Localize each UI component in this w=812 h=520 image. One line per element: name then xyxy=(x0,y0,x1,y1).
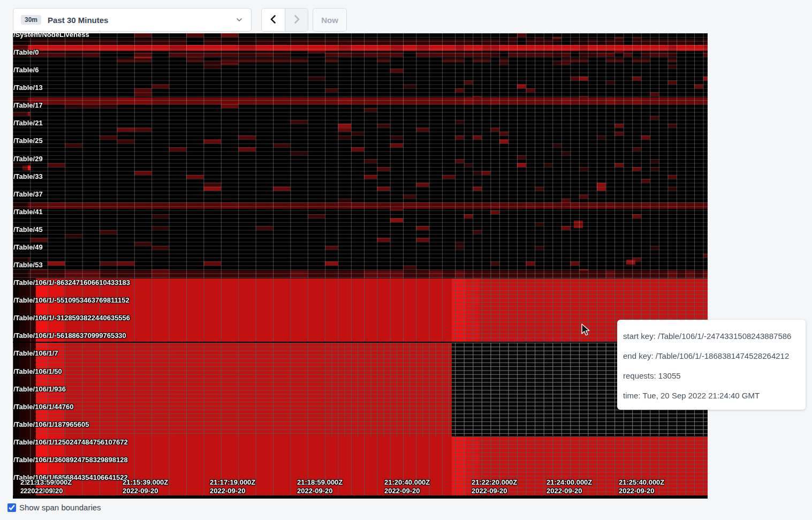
show-span-boundaries-checkbox[interactable] xyxy=(7,503,16,512)
now-button[interactable]: Now xyxy=(313,8,347,32)
time-range-label: Past 30 Minutes xyxy=(48,16,108,25)
time-range-dropdown[interactable]: 30m Past 30 Minutes xyxy=(13,8,252,32)
tooltip-end-key: end key: /Table/106/1/-18683814745282642… xyxy=(623,346,800,366)
time-nav-group xyxy=(261,8,308,32)
back-button[interactable] xyxy=(262,9,285,31)
tooltip-requests: requests: 13055 xyxy=(623,366,800,386)
show-span-boundaries-label: Show span boundaries xyxy=(19,503,101,512)
tooltip-time: time: Tue, 20 Sep 2022 21:24:40 GMT xyxy=(623,386,800,405)
tooltip-start-key: start key: /Table/106/1/-247433150824388… xyxy=(623,326,800,346)
chevron-right-icon xyxy=(291,14,302,26)
forward-button[interactable] xyxy=(285,9,308,31)
heatmap-canvas[interactable] xyxy=(13,33,708,499)
heatmap: /System/NodeLiveness/Table/0/Table/6/Tab… xyxy=(13,33,708,499)
key-visualizer-page: 30m Past 30 Minutes Now /System/NodeLive… xyxy=(0,0,812,520)
chevron-left-icon xyxy=(268,14,279,26)
hover-tooltip: start key: /Table/106/1/-247433150824388… xyxy=(617,320,806,410)
chevron-down-icon xyxy=(235,16,244,24)
time-range-badge: 30m xyxy=(21,15,41,25)
span-boundaries-row: Show span boundaries xyxy=(7,503,101,512)
